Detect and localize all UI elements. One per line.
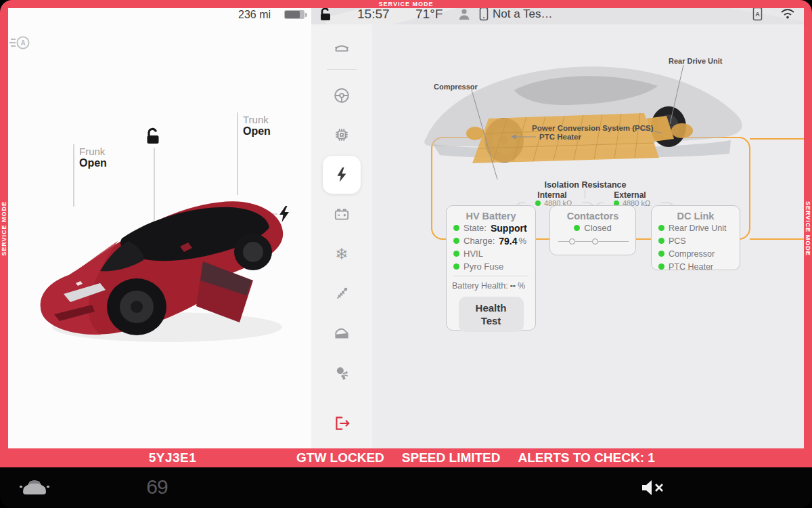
- service-mode-banner-left: SERVICE MODE: [0, 8, 8, 448]
- isolation-resistance-title: Isolation Resistance: [535, 180, 636, 190]
- trunk-status: Trunk Open: [243, 114, 271, 137]
- alerts-to-check[interactable]: ALERTS TO CHECK: 1: [518, 450, 655, 465]
- svg-text:A: A: [755, 11, 760, 18]
- sidebar-tab-electronics-icon[interactable]: [333, 126, 351, 144]
- device-a-icon: A: [752, 7, 763, 24]
- speed-limited-alert: SPEED LIMITED: [402, 450, 501, 465]
- battery-health-row: Battery Health:--%: [447, 279, 535, 292]
- contactors-state-row: Closed: [550, 221, 635, 234]
- service-sidebar: [311, 8, 372, 448]
- contactor-switch-1: [569, 238, 575, 245]
- dc-link-card: DC Link Rear Drive Unit PCS Compressor P…: [651, 205, 740, 270]
- phone-name[interactable]: Not a Tes…: [493, 7, 553, 21]
- contactor-switch-2: [592, 238, 598, 245]
- sidebar-tab-thermal-icon[interactable]: ❄: [333, 245, 351, 263]
- battery-range: 236 mi: [238, 9, 271, 21]
- isolation-external-label: External: [606, 190, 654, 200]
- health-test-button[interactable]: Health Test: [459, 297, 524, 332]
- contactors-title: Contactors: [550, 206, 635, 221]
- frunk-status: Frunk Open: [79, 146, 107, 169]
- hv-battery-title: HV Battery: [447, 206, 535, 221]
- sidebar-tab-safety-icon[interactable]: [333, 364, 351, 382]
- wifi-icon: [780, 7, 796, 22]
- taskbar: ‹ 69 › ♪ ••• ★: [0, 467, 812, 508]
- sidebar-divider: [327, 69, 357, 70]
- contactors-card: Contactors Closed: [549, 205, 636, 255]
- battery-icon: [284, 10, 304, 19]
- unlocked-icon[interactable]: [318, 7, 333, 24]
- pyro-fuse-row: Pyro Fuse: [447, 260, 535, 273]
- dc-link-item: PCS: [652, 234, 740, 247]
- hv-battery-card: HV Battery State:Support Charge:79.4% HV…: [446, 205, 536, 331]
- service-mode-screen: 236 mi 15:57 71°F Not a Tes… A A Frunk O…: [0, 0, 812, 508]
- service-mode-banner-top: SERVICE MODE: [0, 0, 812, 8]
- driver-profile-icon[interactable]: [457, 7, 471, 24]
- clock: 15:57: [357, 7, 390, 22]
- auto-headlight-icon: A: [9, 34, 32, 56]
- hv-charge-row: Charge:79.4%: [447, 234, 535, 247]
- sidebar-tab-chassis-icon[interactable]: [333, 87, 351, 104]
- service-alert-bar: 5YJ3E1 GTW LOCKED SPEED LIMITED ALERTS T…: [0, 448, 812, 467]
- sidebar-tab-suspension-icon[interactable]: [333, 284, 351, 302]
- sidebar-tab-high-voltage-icon[interactable]: [333, 166, 351, 184]
- vehicle-unlocked-icon[interactable]: [143, 127, 162, 148]
- ptc-heater-label: PTC Heater: [539, 133, 581, 141]
- dc-link-item: Rear Drive Unit: [652, 221, 740, 234]
- pcs-label: Power Conversion System (PCS): [532, 124, 654, 132]
- sidebar-tab-closures-icon[interactable]: [333, 324, 351, 342]
- service-mode-banner-right: SERVICE MODE: [804, 8, 812, 448]
- dc-link-item: Compressor: [652, 247, 740, 260]
- car-controls-icon[interactable]: [19, 478, 50, 500]
- isolation-connector-line: [585, 190, 585, 198]
- dc-link-title: DC Link: [652, 206, 740, 221]
- gtw-locked-alert: GTW LOCKED: [296, 450, 384, 465]
- compressor-label: Compressor: [434, 83, 478, 91]
- sidebar-tab-vehicle-icon[interactable]: [333, 40, 351, 58]
- phone-icon: [479, 7, 489, 24]
- vin-short: 5YJ3E1: [122, 448, 223, 467]
- vehicle-image: [35, 182, 299, 350]
- dc-link-item: PTC Heater: [652, 260, 740, 273]
- sidebar-tab-low-voltage-icon[interactable]: [333, 205, 351, 223]
- rear-drive-unit-label: Rear Drive Unit: [669, 57, 722, 65]
- outside-temperature: 71°F: [415, 7, 443, 22]
- hv-components-diagram: [413, 51, 758, 192]
- hvil-row: HVIL: [447, 247, 535, 260]
- svg-text:A: A: [20, 39, 25, 47]
- hv-state-row: State:Support: [447, 221, 535, 234]
- isolation-internal-label: Internal: [528, 190, 577, 200]
- volume-muted-icon[interactable]: [639, 478, 667, 500]
- exit-service-mode-icon[interactable]: [333, 415, 351, 432]
- cabin-temperature[interactable]: 69: [138, 475, 176, 499]
